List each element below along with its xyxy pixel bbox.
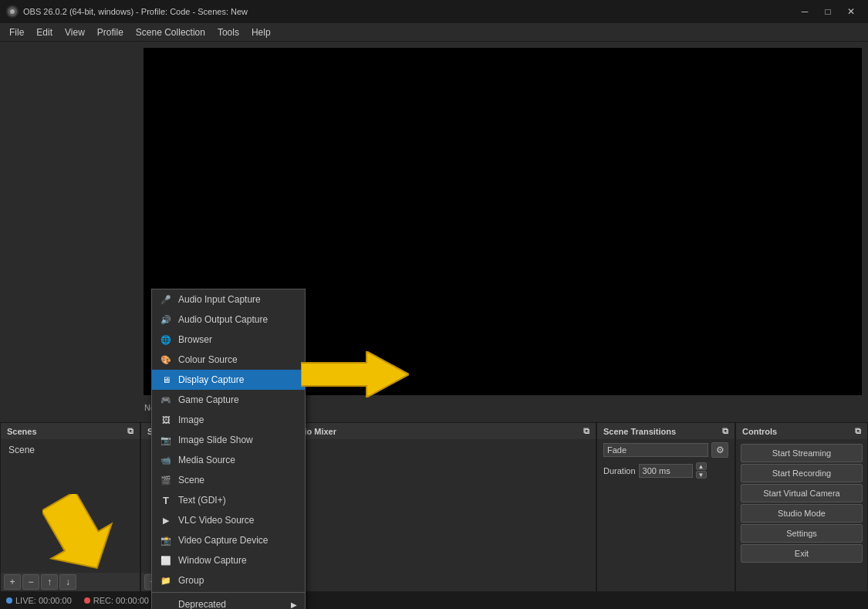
menu-window-capture[interactable]: ⬜ Window Capture — [152, 550, 305, 570]
live-text: LIVE: 00:00:00 — [15, 596, 72, 605]
title-bar: OBS 26.0.2 (64-bit, windows) - Profile: … — [0, 0, 868, 23]
menu-browser[interactable]: 🌐 Browser — [152, 330, 305, 350]
menu-video-capture[interactable]: 📸 Video Capture Device — [152, 530, 305, 550]
deprecated-icon — [160, 598, 172, 609]
audio-output-icon: 🔊 — [160, 313, 172, 326]
studio-mode-button[interactable]: Studio Mode — [741, 504, 863, 523]
audio-panel-header: Audio Mixer ⧉ — [282, 423, 596, 439]
menu-group[interactable]: 📁 Group — [152, 570, 305, 590]
controls-header-label: Controls — [742, 427, 777, 436]
menu-help[interactable]: Help — [245, 25, 277, 39]
middle-section: Scenes ⧉ Scene + − ↑ ↓ No source selecte… — [0, 422, 868, 592]
menu-group-label: Group — [178, 575, 204, 586]
menu-vlc-video-label: VLC Video Source — [178, 515, 255, 526]
menu-deprecated-label: Deprecated — [178, 599, 226, 609]
context-menu: 🎤 Audio Input Capture 🔊 Audio Output Cap… — [151, 289, 306, 609]
menu-video-capture-label: Video Capture Device — [178, 535, 269, 546]
menu-browser-label: Browser — [178, 334, 212, 345]
scenes-panel-icon[interactable]: ⧉ — [127, 426, 133, 436]
scenes-toolbar: + − ↑ ↓ — [1, 573, 140, 591]
scenes-panel-header: Scenes ⧉ — [1, 423, 140, 439]
settings-button[interactable]: Settings — [741, 524, 863, 543]
duration-input[interactable] — [639, 464, 693, 478]
start-streaming-button[interactable]: Start Streaming — [741, 444, 863, 462]
menu-view[interactable]: View — [59, 25, 91, 39]
maximize-button[interactable]: □ — [817, 3, 839, 20]
transition-row: Fade Cut Swipe ⚙ — [597, 439, 735, 461]
menu-audio-input[interactable]: 🎤 Audio Input Capture — [152, 289, 305, 310]
menu-separator — [152, 592, 305, 593]
menu-profile[interactable]: Profile — [91, 25, 130, 39]
menu-window-capture-label: Window Capture — [178, 555, 247, 566]
browser-icon: 🌐 — [160, 333, 172, 346]
menu-scene[interactable]: 🎬 Scene — [152, 470, 305, 490]
duration-row: Duration ▲ ▼ — [597, 461, 735, 480]
scene-icon: 🎬 — [160, 474, 172, 486]
live-status: LIVE: 00:00:00 — [6, 596, 72, 605]
image-icon: 🖼 — [160, 414, 172, 426]
transitions-panel: Scene Transitions ⧉ Fade Cut Swipe ⚙ Dur… — [596, 422, 735, 592]
video-capture-icon: 📸 — [160, 534, 172, 546]
menu-colour-source-label: Colour Source — [178, 354, 238, 365]
menu-audio-output[interactable]: 🔊 Audio Output Capture — [152, 310, 305, 330]
add-scene-button[interactable]: + — [4, 574, 21, 590]
menu-edit[interactable]: Edit — [30, 25, 59, 39]
menu-vlc-video[interactable]: ▶ VLC Video Source — [152, 510, 305, 530]
menu-image[interactable]: 🖼 Image — [152, 410, 305, 430]
menu-game-capture[interactable]: 🎮 Game Capture — [152, 390, 305, 410]
transition-settings-button[interactable]: ⚙ — [711, 442, 728, 458]
menu-display-capture-label: Display Capture — [178, 374, 244, 385]
controls-panel-icon[interactable]: ⧉ — [855, 426, 861, 436]
menu-audio-input-label: Audio Input Capture — [178, 294, 261, 305]
menu-media-source[interactable]: 📹 Media Source — [152, 450, 305, 470]
arrow-right — [301, 351, 409, 398]
menu-text-gdi-label: Text (GDI+) — [178, 495, 226, 506]
audio-panel-icon[interactable]: ⧉ — [583, 426, 589, 436]
remove-scene-button[interactable]: − — [22, 574, 39, 590]
start-recording-button[interactable]: Start Recording — [741, 464, 863, 482]
colour-source-icon: 🎨 — [160, 354, 172, 366]
menu-text-gdi[interactable]: T Text (GDI+) — [152, 490, 305, 510]
menu-tools[interactable]: Tools — [211, 25, 245, 39]
scenes-header-label: Scenes — [7, 427, 37, 436]
rec-dot — [84, 597, 90, 604]
close-button[interactable]: ✕ — [840, 3, 862, 20]
group-icon: 📁 — [160, 574, 172, 587]
vlc-video-icon: ▶ — [160, 514, 172, 526]
minimize-button[interactable]: ─ — [794, 3, 816, 20]
menu-deprecated[interactable]: Deprecated ▶ — [152, 594, 305, 609]
svg-marker-3 — [42, 494, 120, 571]
scene-item[interactable]: Scene — [4, 442, 137, 458]
menu-scene-label: Scene — [178, 475, 204, 486]
menu-display-capture[interactable]: 🖥 Display Capture — [152, 370, 305, 390]
menu-file[interactable]: File — [3, 25, 30, 39]
duration-up-button[interactable]: ▲ — [696, 462, 707, 470]
arrow-down — [42, 494, 120, 571]
status-bar: LIVE: 00:00:00 REC: 00:00:00 CPU: 0.7%, … — [0, 592, 868, 609]
duration-label: Duration — [603, 466, 636, 475]
media-source-icon: 📹 — [160, 454, 172, 466]
menu-audio-output-label: Audio Output Capture — [178, 314, 268, 325]
main-content: Scenes ⧉ Scene + − ↑ ↓ No source selecte… — [0, 42, 868, 592]
transitions-panel-header: Scene Transitions ⧉ — [597, 423, 735, 439]
menu-image-slideshow-label: Image Slide Show — [178, 435, 253, 445]
transition-select[interactable]: Fade Cut Swipe — [603, 443, 708, 457]
menu-image-slideshow[interactable]: 📷 Image Slide Show — [152, 430, 305, 450]
transitions-panel-icon[interactable]: ⧉ — [722, 426, 728, 436]
window-controls: ─ □ ✕ — [794, 3, 862, 20]
rec-text: REC: 00:00:00 — [93, 596, 149, 605]
title-text: OBS 26.0.2 (64-bit, windows) - Profile: … — [23, 7, 794, 16]
duration-down-button[interactable]: ▼ — [696, 471, 707, 479]
menu-media-source-label: Media Source — [178, 455, 235, 465]
exit-button[interactable]: Exit — [741, 544, 863, 563]
move-down-scene-button[interactable]: ↓ — [59, 574, 76, 590]
audio-mixer-panel: Audio Mixer ⧉ — [281, 422, 596, 592]
start-virtual-camera-button[interactable]: Start Virtual Camera — [741, 484, 863, 502]
menu-scene-collection[interactable]: Scene Collection — [130, 25, 211, 39]
controls-panel: Controls ⧉ Start Streaming Start Recordi… — [735, 422, 868, 592]
audio-input-icon: 🎤 — [160, 293, 172, 306]
menu-colour-source[interactable]: 🎨 Colour Source — [152, 350, 305, 370]
move-up-scene-button[interactable]: ↑ — [41, 574, 58, 590]
svg-point-1 — [10, 9, 15, 14]
app-icon — [6, 5, 19, 18]
